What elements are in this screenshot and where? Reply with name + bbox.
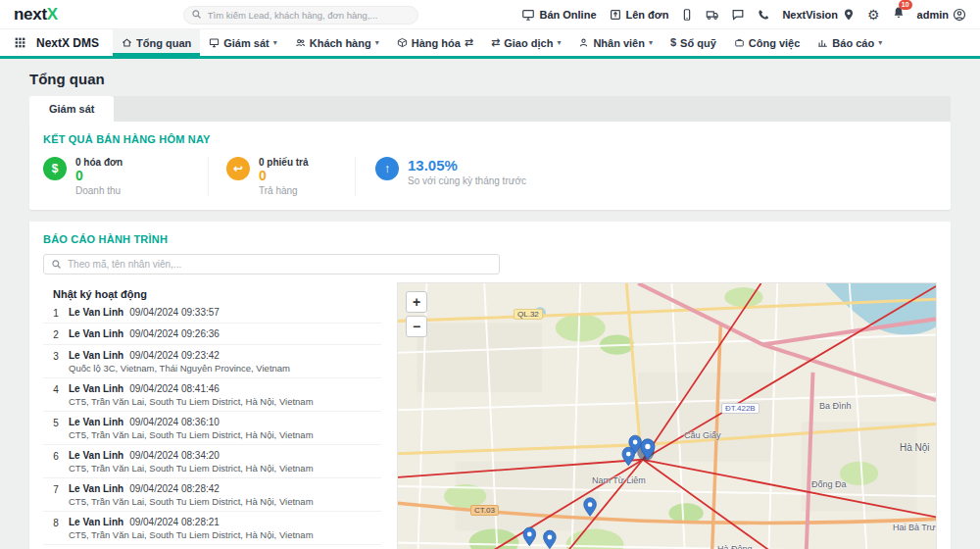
district-label-ha-dong: Hà Đông [717,544,753,549]
district-label-nam-tu-liem: Nam Từ Liêm [592,475,646,485]
log-name: Le Van Linh [69,517,123,527]
notification-badge: 10 [899,0,912,10]
up-arrow-glyph: ↑ [384,162,390,175]
dollar-glyph: $ [52,162,59,175]
zoom-out-button[interactable]: − [406,316,427,337]
log-name: Le Van Linh [69,307,123,318]
log-row[interactable]: 6 Le Van Linh09/04/2024 08:34:20 CT5, Tr… [43,445,381,478]
app-name: NextX DMS [36,36,99,50]
sales-card-title: KẾT QUẢ BÁN HÀNG HÔM NAY [43,133,937,145]
dollar-icon: $ [670,37,676,48]
user-avatar-icon [953,8,966,22]
chevron-down-icon: ▾ [649,38,653,47]
nav-item-giam-sat[interactable]: Giám sát ▾ [200,29,285,56]
global-search-input[interactable] [183,6,418,25]
nav-item-nhan-vien[interactable]: Nhân viên ▾ [569,29,662,56]
log-time: 09/04/2024 08:41:46 [129,383,220,394]
stat-comparison: ↑ 13.05% So với cùng kỳ tháng trước [355,157,526,196]
log-time: 09/04/2024 09:26:36 [129,328,220,339]
district-label-cau-giay: Cầu Giấy [684,430,721,440]
log-address: CT5, Trần Văn Lai, South Tu Liem Distric… [69,529,314,540]
monitor-icon [521,8,535,22]
chevron-down-icon: ▾ [557,38,561,47]
log-index: 1 [43,307,69,319]
chat-icon [731,8,745,22]
log-index: 7 [43,483,69,507]
log-row[interactable]: 3 Le Van Linh09/04/2024 09:23:42 Quốc lộ… [43,345,381,378]
len-don-button[interactable]: Lên đơn [609,8,669,22]
settings-gear-icon[interactable]: ⚙ [867,8,880,22]
log-index: 8 [43,517,69,540]
log-time: 09/04/2024 08:34:20 [129,450,220,461]
journey-search-input[interactable] [43,254,500,274]
log-index: 6 [43,450,69,474]
log-row[interactable]: 5 Le Van Linh09/04/2024 08:36:10 CT5, Tr… [43,412,381,445]
log-row[interactable]: 4 Le Van Linh09/04/2024 08:41:46 CT5, Tr… [43,378,381,412]
nextvision-label: NextVision [782,9,838,21]
phone-icon [757,8,770,22]
nav-item-giao-dich[interactable]: ⇄ Giao dịch ▾ [482,29,569,56]
chat-button[interactable] [731,8,745,22]
log-row[interactable]: 1 Le Van Linh09/04/2024 09:33:57 [43,302,381,324]
log-index: 2 [43,328,69,340]
return-circle-icon: ↩ [226,157,250,180]
tab-strip: Giám sát [29,96,951,122]
nav-item-khach-hang[interactable]: Khách hàng ▾ [286,29,388,56]
sales-result-card: KẾT QUẢ BÁN HÀNG HÔM NAY $ 0 hóa đơn 0 D… [29,122,951,210]
mobile-button[interactable] [680,8,694,22]
log-row[interactable]: 8 Le Van Linh09/04/2024 08:28:21 CT5, Tr… [43,512,381,545]
road-label-ql32: QL.32 [514,309,543,320]
search-icon [51,259,62,270]
journey-body: Nhật ký hoạt động 1 Le Van Linh09/04/202… [43,282,937,549]
nav-item-tong-quan[interactable]: Tổng quan [113,29,200,56]
main-navbar: NextX DMS Tổng quan Giám sát ▾ Khách hàn… [0,29,980,56]
bar-chart-icon [817,37,828,48]
delivery-button[interactable] [706,8,719,22]
nav-label: Giám sát [223,37,269,49]
zoom-in-button[interactable]: + [406,291,427,313]
chevron-down-icon: ▾ [878,38,882,47]
nav-item-cong-viec[interactable]: Công việc [725,29,809,56]
apps-grid-icon[interactable] [14,36,26,49]
stat-comparison-value: 13.05% [408,157,526,175]
nav-item-so-quy[interactable]: $ Sổ quỹ [662,29,725,56]
topbar: nextX Bán Online Lên đơn NextVision ⚙ [0,0,980,29]
stat-return-slips: 0 phiếu trả [259,157,309,168]
nextvision-button[interactable]: NextVision [782,8,856,22]
nav-label: Nhân viên [593,37,645,49]
stat-invoices: 0 hóa đơn [75,157,122,168]
log-index: 4 [43,383,69,407]
log-time: 09/04/2024 08:28:21 [129,517,220,527]
log-row[interactable]: 7 Le Van Linh09/04/2024 08:28:42 CT5, Tr… [43,478,381,512]
activity-log-title: Nhật ký hoạt động [53,288,381,300]
stat-returns: ↩ 0 phiếu trả 0 Trả hàng [208,157,355,196]
global-search [183,5,418,25]
stat-comparison-label: So với cùng kỳ tháng trước [408,175,526,186]
map[interactable]: + − QL.32 ĐT.422B CT.03 Cầu Giấy Nam Từ … [397,282,937,549]
dollar-circle-icon: $ [43,157,67,180]
log-name: Le Van Linh [69,328,123,339]
briefcase-icon [734,37,745,48]
app-logo[interactable]: nextX [14,5,58,25]
tab-giam-sat[interactable]: Giám sát [29,96,114,122]
map-zoom-controls: + − [406,291,427,337]
notifications-button[interactable]: 10 [892,6,906,24]
page-title: Tổng quan [29,59,951,87]
nav-item-bao-cao[interactable]: Báo cáo ▾ [808,29,891,56]
chevron-down-icon: ▾ [273,38,277,47]
ban-online-button[interactable]: Bán Online [521,8,596,22]
nav-item-hang-hoa[interactable]: Hàng hóa ⇄ [388,29,482,56]
chevron-down-icon: ▾ [375,38,379,47]
district-label-ba-dinh: Ba Đình [819,401,852,411]
log-row[interactable]: 2 Le Van Linh09/04/2024 09:26:36 [43,324,381,345]
truck-icon [706,8,719,22]
log-address: CT5, Trần Văn Lai, South Tu Liem Distric… [69,396,314,407]
box-icon [397,37,408,48]
ban-online-label: Bán Online [539,9,596,21]
log-name: Le Van Linh [69,383,123,394]
nav-label: Công việc [749,37,801,49]
journey-card-title: BÁO CÁO HÀNH TRÌNH [43,233,937,245]
log-time: 09/04/2024 09:33:57 [129,307,220,318]
call-button[interactable] [757,8,770,22]
admin-menu[interactable]: admin [917,8,966,22]
